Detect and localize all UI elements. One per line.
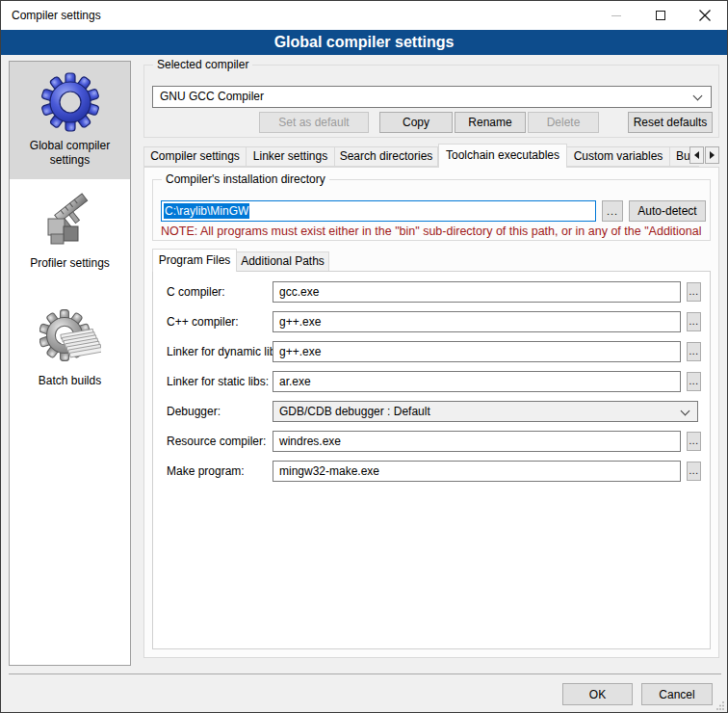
copy-button[interactable]: Copy [379, 112, 453, 133]
ok-button[interactable]: OK [562, 683, 633, 705]
static-linker-input[interactable]: ar.exe [273, 371, 681, 392]
c-compiler-input[interactable]: gcc.exe [273, 281, 681, 303]
c-compiler-browse-button[interactable]: ... [687, 282, 701, 302]
tab-linker-settings[interactable]: Linker settings [247, 146, 335, 167]
delete-button[interactable]: Delete [528, 112, 599, 133]
resource-compiler-browse-button[interactable]: ... [687, 432, 701, 451]
installation-directory-browse-button[interactable]: ... [602, 200, 623, 222]
arrow-left-icon [694, 151, 699, 159]
make-program-label: Make program: [167, 461, 245, 482]
c-compiler-row: C compiler: gcc.exe ... [153, 281, 710, 303]
compiler-actions: Set as default Copy Rename Delete Reset … [144, 112, 713, 133]
make-program-row: Make program: mingw32-make.exe ... [153, 461, 710, 482]
c-compiler-label: C compiler: [167, 281, 225, 303]
maximize-button[interactable] [638, 1, 683, 30]
caliper-blocks-icon [39, 189, 101, 251]
group-label: Selected compiler [153, 58, 252, 71]
toolchain-executables-page: Compiler's installation directory C:\ray… [143, 167, 719, 658]
dynamic-linker-browse-button[interactable]: ... [687, 342, 701, 361]
static-linker-browse-button[interactable]: ... [687, 372, 701, 391]
tab-additional-paths[interactable]: Additional Paths [237, 251, 329, 272]
settings-tab-bar: Compiler settings Linker settings Search… [143, 144, 719, 168]
installation-directory-input[interactable]: C:\raylib\MinGW [161, 200, 596, 222]
sidebar-item-profiler-settings[interactable]: Profiler settings [10, 179, 130, 297]
debugger-select[interactable]: GDB/CDB debugger : Default [273, 401, 698, 422]
dynamic-linker-row: Linker for dynamic libs: g++.exe ... [153, 341, 710, 362]
tab-program-files[interactable]: Program Files [152, 249, 237, 272]
tab-toolchain-executables[interactable]: Toolchain executables [438, 144, 567, 168]
settings-category-list: Global compiler settings [9, 61, 131, 666]
compiler-select-value: GNU GCC Compiler [160, 90, 264, 103]
resource-compiler-input[interactable]: windres.exe [273, 431, 681, 452]
set-as-default-button[interactable]: Set as default [259, 112, 369, 133]
footer-divider [9, 673, 721, 674]
tab-search-directories[interactable]: Search directories [335, 146, 438, 167]
chevron-down-icon [693, 92, 703, 101]
debugger-row: Debugger: GDB/CDB debugger : Default [153, 401, 710, 422]
reset-defaults-button[interactable]: Reset defaults [628, 112, 713, 133]
sidebar-item-global-compiler-settings[interactable]: Global compiler settings [10, 62, 130, 179]
static-linker-label: Linker for static libs: [167, 371, 269, 392]
cpp-compiler-input[interactable]: g++.exe [273, 311, 681, 332]
resource-compiler-row: Resource compiler: windres.exe ... [153, 431, 710, 452]
title-bar: Compiler settings [1, 1, 727, 30]
close-icon [699, 10, 711, 21]
c-compiler-value: gcc.exe [279, 285, 319, 299]
sidebar-item-batch-builds[interactable]: Batch builds [10, 297, 130, 414]
sidebar-item-label: Global compiler settings [10, 139, 130, 168]
make-program-browse-button[interactable]: ... [687, 462, 701, 481]
close-button[interactable] [683, 1, 727, 30]
sidebar-item-label: Batch builds [35, 374, 105, 388]
window-title: Compiler settings [12, 9, 101, 22]
resource-compiler-value: windres.exe [279, 435, 341, 448]
program-files-page: C compiler: gcc.exe ... C++ compiler: g+… [152, 271, 711, 649]
make-program-value: mingw32-make.exe [279, 464, 379, 478]
debugger-value: GDB/CDB debugger : Default [279, 405, 430, 418]
dynamic-linker-value: g++.exe [279, 345, 321, 358]
chevron-down-icon [681, 407, 690, 416]
bin-subdirectory-note: NOTE: All programs must exist either in … [161, 224, 708, 238]
cpp-compiler-value: g++.exe [279, 315, 321, 329]
selected-text: C:\raylib\MinGW [164, 203, 249, 219]
sidebar-item-label: Profiler settings [26, 256, 114, 271]
program-files-tab-bar: Program Files Additional Paths [152, 249, 329, 272]
group-label: Compiler's installation directory [162, 172, 329, 186]
minimize-icon [611, 15, 621, 16]
cpp-compiler-browse-button[interactable]: ... [687, 312, 701, 331]
maximize-icon [656, 11, 665, 20]
resource-compiler-label: Resource compiler: [167, 431, 266, 452]
blue-gear-icon [39, 71, 101, 133]
cpp-compiler-label: C++ compiler: [167, 311, 239, 332]
rename-button[interactable]: Rename [455, 112, 526, 133]
gear-stack-icon [39, 306, 101, 368]
compiler-select[interactable]: GNU GCC Compiler [152, 86, 712, 108]
tab-custom-variables[interactable]: Custom variables [567, 146, 670, 167]
minimize-button[interactable] [594, 1, 638, 30]
cpp-compiler-row: C++ compiler: g++.exe ... [153, 311, 710, 332]
tab-scroll-left-button[interactable] [689, 146, 704, 164]
dynamic-linker-input[interactable]: g++.exe [273, 341, 681, 362]
window-controls [594, 1, 727, 30]
debugger-label: Debugger: [167, 401, 221, 422]
arrow-right-icon [710, 151, 715, 159]
static-linker-value: ar.exe [279, 375, 311, 388]
installation-directory-group: Compiler's installation directory C:\ray… [152, 179, 711, 241]
dynamic-linker-label: Linker for dynamic libs: [167, 341, 285, 362]
dialog-header: Global compiler settings [1, 30, 727, 55]
tab-scroll-controls [689, 146, 719, 164]
static-linker-row: Linker for static libs: ar.exe ... [153, 371, 710, 392]
tab-compiler-settings[interactable]: Compiler settings [143, 146, 247, 167]
selected-compiler-group: Selected compiler GNU GCC Compiler Set a… [143, 65, 719, 138]
make-program-input[interactable]: mingw32-make.exe [273, 461, 681, 482]
resize-grip[interactable] [715, 700, 725, 710]
auto-detect-button[interactable]: Auto-detect [629, 200, 706, 222]
tab-scroll-right-button[interactable] [705, 146, 719, 164]
compiler-settings-dialog: Compiler settings Global compiler settin… [0, 0, 728, 713]
cancel-button[interactable]: Cancel [641, 683, 713, 705]
